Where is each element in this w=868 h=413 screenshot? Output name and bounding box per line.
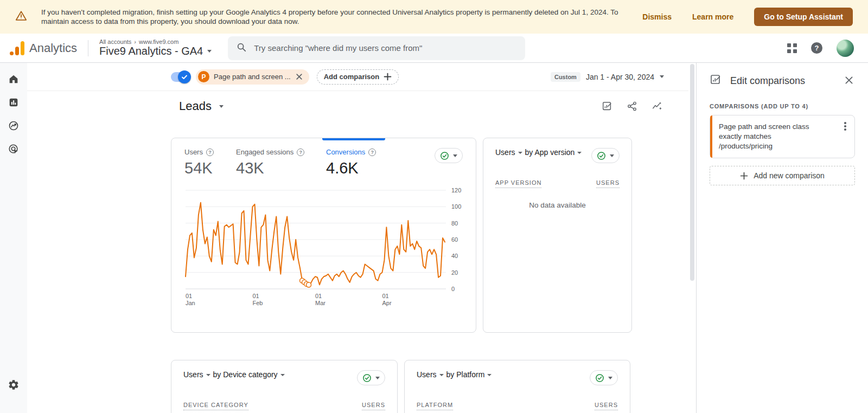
column-header: DEVICE CATEGORY bbox=[183, 402, 248, 410]
help-icon[interactable]: ? bbox=[297, 149, 304, 156]
customize-report-icon[interactable] bbox=[602, 101, 612, 112]
comparisons-toolbar: P Page path and screen ... Add compariso… bbox=[27, 63, 688, 91]
panel-title: Edit comparisons bbox=[730, 75, 805, 87]
check-circle-icon bbox=[595, 373, 604, 383]
comparison-pill[interactable]: P Page path and screen ... bbox=[196, 69, 309, 85]
sidebar-item-home[interactable] bbox=[7, 73, 20, 86]
metric-tab-conversions[interactable]: Conversions? 4.6K bbox=[326, 148, 376, 177]
help-icon[interactable]: ? bbox=[368, 149, 376, 156]
chevron-down-icon bbox=[206, 374, 210, 376]
metric-label: Users bbox=[184, 148, 203, 156]
card-metric-dimension[interactable]: Users bbox=[417, 370, 437, 379]
chevron-down-icon bbox=[610, 154, 614, 157]
comparison-condition-line: exactly matches bbox=[719, 132, 838, 141]
property-switcher: All accounts › www.five9.com Five9 Analy… bbox=[99, 38, 212, 57]
breadcrumb-all-accounts[interactable]: All accounts bbox=[99, 38, 131, 45]
more-options-icon[interactable] bbox=[841, 122, 850, 132]
comparison-remove-icon[interactable] bbox=[295, 73, 304, 81]
scrollbar-thumb[interactable] bbox=[690, 64, 694, 281]
date-range-value: Jan 1 - Apr 30, 2024 bbox=[586, 73, 654, 81]
data-quality-badge[interactable] bbox=[591, 148, 620, 163]
chevron-down-icon bbox=[439, 374, 444, 376]
no-data-message: No data available bbox=[495, 201, 620, 209]
sidebar-item-explore[interactable] bbox=[7, 119, 20, 132]
chevron-down-icon bbox=[375, 377, 380, 379]
app-body: P Page path and screen ... Add compariso… bbox=[0, 63, 868, 413]
users-by-platform-card: Users by Platform PLATFORM USERS bbox=[404, 360, 630, 413]
learn-more-button[interactable]: Learn more bbox=[692, 12, 733, 21]
diagnostics-grid-icon[interactable] bbox=[787, 43, 797, 53]
avatar[interactable] bbox=[837, 40, 854, 57]
metric-tab-users[interactable]: Users? 54K bbox=[184, 148, 222, 177]
sidebar-item-admin-gear-icon[interactable] bbox=[7, 378, 20, 391]
selected-metric-indicator bbox=[322, 138, 385, 140]
sidebar-item-advertising[interactable] bbox=[7, 143, 20, 156]
data-quality-badge[interactable] bbox=[357, 370, 385, 385]
svg-text:Feb: Feb bbox=[252, 300, 263, 306]
svg-text:Jan: Jan bbox=[186, 300, 195, 306]
header-right: ? bbox=[787, 40, 854, 57]
ga4-app: If you haven't completed migration, fini… bbox=[0, 0, 868, 413]
chevron-down-icon bbox=[608, 377, 612, 379]
warning-icon bbox=[15, 10, 27, 24]
insights-icon[interactable] bbox=[652, 101, 662, 112]
property-title-dropdown[interactable]: Five9 Analytics - GA4 bbox=[99, 45, 212, 57]
column-header: USERS bbox=[595, 402, 618, 410]
comparison-item[interactable]: Page path and screen class exactly match… bbox=[710, 115, 855, 158]
users-by-app-version-card: Users by App version APP VERSION USERS bbox=[483, 138, 632, 333]
card-metric-dimension[interactable]: Users bbox=[495, 148, 515, 157]
sidebar-item-reports[interactable] bbox=[7, 96, 20, 109]
banner-actions: Dismiss Learn more Go to Setup Assistant bbox=[642, 8, 853, 26]
card-by-dimension[interactable]: by Device category bbox=[213, 370, 278, 379]
check-circle-icon bbox=[362, 373, 372, 383]
svg-text:100: 100 bbox=[451, 203, 461, 210]
vertical-scrollbar[interactable] bbox=[688, 63, 696, 413]
svg-text:01: 01 bbox=[382, 293, 388, 299]
help-icon[interactable]: ? bbox=[811, 42, 822, 54]
card-metric-dimension[interactable]: Users bbox=[183, 370, 203, 379]
conversions-chart-card: Users? 54K Engaged sessions? 43K Convers… bbox=[171, 138, 476, 333]
toggle-check-icon bbox=[178, 70, 191, 83]
breadcrumb-account[interactable]: www.five9.com bbox=[139, 38, 178, 45]
svg-text:Mar: Mar bbox=[315, 300, 326, 306]
search-bar[interactable] bbox=[228, 36, 525, 60]
chevron-down-icon bbox=[518, 152, 522, 154]
card-by-dimension[interactable]: by App version bbox=[525, 148, 575, 157]
cards-area: Users? 54K Engaged sessions? 43K Convers… bbox=[27, 121, 688, 413]
close-icon[interactable] bbox=[844, 75, 855, 86]
plus-icon bbox=[384, 73, 392, 81]
card-title: Users by App version bbox=[495, 148, 582, 157]
add-new-comparison-label: Add new comparison bbox=[754, 171, 825, 180]
comparison-color-accent bbox=[710, 115, 712, 158]
card-by-dimension[interactable]: by Platform bbox=[446, 370, 485, 379]
data-quality-badge[interactable] bbox=[435, 148, 463, 163]
report-actions bbox=[602, 101, 662, 112]
data-quality-badge[interactable] bbox=[590, 370, 618, 385]
check-circle-icon bbox=[597, 151, 606, 160]
date-range-picker[interactable]: Custom Jan 1 - Apr 30, 2024 bbox=[551, 72, 664, 82]
add-new-comparison-button[interactable]: Add new comparison bbox=[710, 166, 855, 185]
svg-text:120: 120 bbox=[451, 187, 461, 193]
metric-value: 4.6K bbox=[326, 159, 376, 177]
help-icon[interactable]: ? bbox=[206, 149, 214, 156]
analytics-logo-icon bbox=[10, 41, 24, 55]
comparison-condition-line: /products/pricing bbox=[719, 141, 838, 151]
chart-area: 02040608010012001Jan01Feb01Mar01Apr bbox=[184, 186, 463, 311]
cards-row-2: Users by Device category DEVICE CATEGORY… bbox=[171, 360, 688, 413]
setup-assistant-button[interactable]: Go to Setup Assistant bbox=[754, 8, 853, 26]
users-by-device-category-card: Users by Device category DEVICE CATEGORY… bbox=[171, 360, 398, 413]
comparison-toggle[interactable] bbox=[171, 72, 189, 82]
svg-text:40: 40 bbox=[451, 253, 458, 259]
search-icon bbox=[237, 42, 246, 54]
search-input[interactable] bbox=[254, 43, 516, 53]
metric-tab-engaged-sessions[interactable]: Engaged sessions? 43K bbox=[236, 148, 312, 177]
product-name: Analytics bbox=[29, 41, 77, 55]
dismiss-button[interactable]: Dismiss bbox=[642, 12, 672, 21]
share-icon[interactable] bbox=[627, 101, 637, 112]
panel-header: Edit comparisons bbox=[710, 74, 855, 88]
report-dropdown-icon[interactable] bbox=[219, 105, 224, 108]
page-title: Leads bbox=[179, 99, 212, 113]
add-comparison-button[interactable]: Add comparison bbox=[317, 69, 399, 85]
chevron-down-icon bbox=[487, 374, 492, 376]
metric-value: 43K bbox=[236, 159, 312, 177]
